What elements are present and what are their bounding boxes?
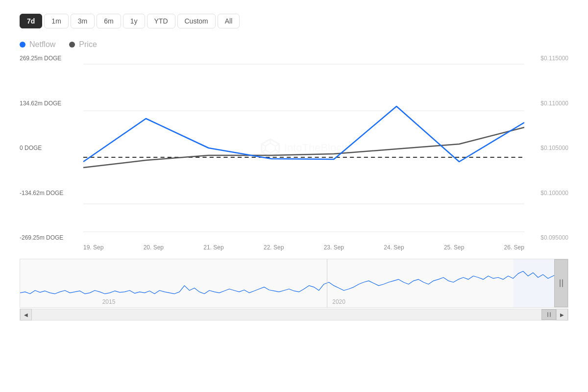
time-btn-all[interactable]: All [218,14,240,28]
scroll-handle[interactable] [541,309,556,320]
time-btn-ytd[interactable]: YTD [147,14,175,28]
y-label-0: 269.25m DOGE [20,55,83,62]
mini-scroll-handle[interactable] [554,259,568,307]
main-chart-wrapper: 269.25m DOGE 134.62m DOGE 0 DOGE -134.62… [20,55,568,241]
x-label-7: 26. Sep [504,244,524,251]
legend: Netflow Price [0,36,588,55]
time-btn-7d[interactable]: 7d [20,14,42,28]
scrollbar: ◀ ▶ [20,309,568,320]
main-chart-svg [83,55,524,241]
main-container: 7d1m3m6m1yYTDCustomAll Netflow Price 269… [0,0,588,392]
legend-price: Price [69,40,97,49]
y-label-4: -269.25m DOGE [20,234,83,241]
y-right-3: $0.100000 [524,190,568,196]
y-axis-left: 269.25m DOGE 134.62m DOGE 0 DOGE -134.62… [20,55,83,241]
y-label-3: -134.62m DOGE [20,190,83,196]
y-right-1: $0.110000 [524,100,568,107]
time-btn-1y[interactable]: 1y [123,14,145,28]
netflow-label: Netflow [29,40,55,49]
y-right-2: $0.105000 [524,145,568,151]
mini-year-2020: 2020 [332,298,345,305]
x-label-6: 25. Sep [444,244,464,251]
x-label-4: 23. Sep [324,244,344,251]
mini-chart-section: 2015 2020 ◀ [0,259,588,320]
y-label-1: 134.62m DOGE [20,100,83,107]
time-btn-6m[interactable]: 6m [97,14,121,28]
price-label: Price [79,40,97,49]
time-range-bar: 7d1m3m6m1yYTDCustomAll [0,0,588,36]
mini-chart-wrapper: 2015 2020 [20,259,568,308]
x-label-2: 21. Sep [203,244,223,251]
time-btn-1m[interactable]: 1m [44,14,68,28]
time-btn-3m[interactable]: 3m [71,14,95,28]
scroll-left-button[interactable]: ◀ [20,309,32,320]
chart-section: 269.25m DOGE 134.62m DOGE 0 DOGE -134.62… [0,55,588,254]
y-right-0: $0.115000 [524,55,568,62]
x-label-5: 24. Sep [384,244,404,251]
scroll-track[interactable] [32,309,556,320]
x-axis: 19. Sep 20. Sep 21. Sep 22. Sep 23. Sep … [83,241,524,254]
y-axis-right: $0.115000 $0.110000 $0.105000 $0.100000 … [524,55,568,241]
mini-year-2015: 2015 [102,298,116,305]
netflow-dot [20,42,25,48]
y-label-2: 0 DOGE [20,145,83,151]
legend-netflow: Netflow [20,40,55,49]
x-label-1: 20. Sep [144,244,164,251]
time-btn-custom[interactable]: Custom [177,14,216,28]
x-label-3: 22. Sep [264,244,284,251]
price-dot [69,42,75,48]
chart-svg-area: IntoTheBlock [83,55,524,241]
y-right-4: $0.095000 [524,234,568,241]
scroll-right-button[interactable]: ▶ [556,309,568,320]
x-label-0: 19. Sep [83,244,103,251]
